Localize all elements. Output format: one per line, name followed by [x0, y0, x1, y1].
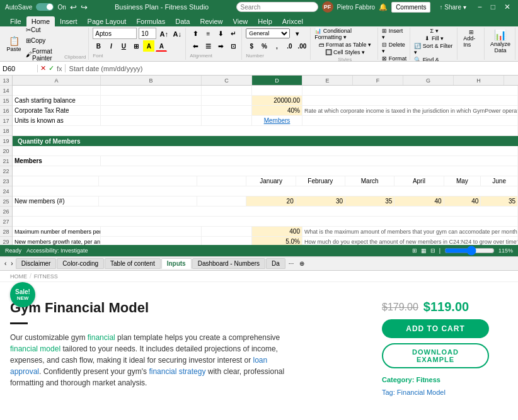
- merge-cells-btn[interactable]: ⊡: [227, 40, 239, 52]
- tab-color-coding[interactable]: Color-coding: [57, 258, 104, 269]
- cell-27e[interactable]: What is the maximum amount of members th…: [302, 227, 518, 236]
- insert-function-icon[interactable]: fx: [57, 65, 62, 72]
- tab-disclaimer[interactable]: Disclaimer: [16, 258, 57, 269]
- align-center-btn[interactable]: ☰: [202, 40, 214, 52]
- cell-15c[interactable]: [202, 106, 252, 115]
- decrease-decimal-btn[interactable]: .0: [284, 40, 295, 52]
- cell-16a[interactable]: Units is known as: [13, 116, 101, 125]
- cell-13a[interactable]: [13, 86, 101, 95]
- wrap-text-btn[interactable]: ↵: [227, 28, 239, 39]
- tab-review[interactable]: Review: [195, 16, 227, 26]
- zoom-slider[interactable]: [444, 247, 495, 254]
- cell-16c[interactable]: [202, 116, 252, 125]
- redo-icon[interactable]: ↪: [81, 3, 88, 12]
- share-button[interactable]: ↑ Share ▾: [434, 3, 471, 12]
- currency-btn[interactable]: $: [246, 40, 257, 52]
- format-cells-btn[interactable]: ⊠ Format ▾: [382, 55, 407, 62]
- font-color-button[interactable]: A: [156, 40, 167, 52]
- align-bottom-btn[interactable]: ⬇: [215, 28, 226, 39]
- undo-icon[interactable]: ↩: [70, 3, 77, 12]
- comments-button[interactable]: Comments: [391, 2, 430, 13]
- analyze-data-button[interactable]: 📊 Analyze Data: [488, 28, 512, 55]
- font-name-input[interactable]: [93, 28, 137, 39]
- cell-16e[interactable]: [302, 116, 518, 125]
- tab-data[interactable]: Data: [170, 16, 195, 26]
- cell-20b[interactable]: [101, 156, 518, 166]
- confirm-formula-icon[interactable]: ✓: [49, 64, 54, 72]
- add-sheet-btn[interactable]: ⊕: [297, 260, 307, 267]
- underline-button[interactable]: U: [118, 40, 129, 52]
- tab-da[interactable]: Da: [266, 258, 285, 269]
- cell-27a[interactable]: Maximum number of members per month: [13, 227, 101, 236]
- maximize-icon[interactable]: □: [488, 3, 498, 11]
- decrease-font-btn[interactable]: A↓: [171, 28, 183, 39]
- number-format-select[interactable]: General: [246, 28, 290, 38]
- tab-home[interactable]: Home: [26, 16, 55, 26]
- tab-formulas[interactable]: Formulas: [131, 16, 170, 26]
- align-top-btn[interactable]: ⬆: [190, 28, 201, 39]
- cell-15d[interactable]: 40%: [252, 106, 302, 115]
- align-left-btn[interactable]: ⬅: [190, 40, 201, 52]
- cell-13b[interactable]: [101, 86, 202, 95]
- cell-24g[interactable]: 40: [394, 196, 444, 206]
- cell-21[interactable]: [13, 166, 518, 176]
- tab-help[interactable]: Help: [253, 16, 277, 26]
- font-size-input[interactable]: [139, 28, 156, 39]
- comma-btn[interactable]: ,: [271, 40, 282, 52]
- cell-26[interactable]: [13, 217, 518, 226]
- delete-cells-btn[interactable]: ⊟ Delete ▾: [382, 42, 407, 54]
- cut-button[interactable]: ✂ Cut: [24, 26, 63, 35]
- cell-16d[interactable]: Members: [252, 116, 302, 125]
- tab-table-of-content[interactable]: Table of content: [105, 258, 161, 269]
- bold-button[interactable]: B: [93, 40, 104, 52]
- breadcrumb-home[interactable]: HOME: [10, 273, 27, 280]
- cell-25[interactable]: [13, 207, 518, 216]
- close-icon[interactable]: ✕: [502, 3, 513, 11]
- add-to-cart-button[interactable]: ADD TO CART: [382, 319, 489, 338]
- download-example-button[interactable]: DOWNLOAD EXAMPLE: [382, 343, 489, 368]
- cell-24i[interactable]: 35: [481, 196, 518, 206]
- tab-arixcel[interactable]: Arixcel: [277, 16, 308, 26]
- cell-16b[interactable]: [101, 116, 202, 125]
- tab-page-layout[interactable]: Page Layout: [83, 16, 132, 26]
- cell-14b[interactable]: [101, 96, 202, 105]
- insert-cells-btn[interactable]: ⊞ Insert ▾: [382, 28, 407, 40]
- paste-button[interactable]: 📋 Paste: [5, 35, 23, 54]
- cell-13e[interactable]: [302, 86, 518, 95]
- cell-24b[interactable]: [99, 196, 197, 206]
- cell-styles-btn[interactable]: 🔲 Cell Styles ▾: [325, 49, 365, 55]
- find-select-btn[interactable]: 🔍 Find & Select ▾: [414, 57, 454, 62]
- cell-14d[interactable]: 20000.00: [252, 96, 302, 105]
- page-layout-icon[interactable]: ▦: [421, 247, 427, 254]
- cell-20a[interactable]: Members: [13, 156, 101, 166]
- tab-insert[interactable]: Insert: [55, 16, 83, 26]
- format-painter-button[interactable]: 🖌 Format Painter: [24, 47, 63, 62]
- tab-inputs[interactable]: Inputs: [161, 258, 192, 269]
- align-middle-btn[interactable]: ≡: [202, 28, 214, 39]
- prev-sheet-btn[interactable]: ‹: [3, 260, 8, 267]
- cell-24a[interactable]: New members (#): [13, 196, 99, 206]
- italic-button[interactable]: I: [105, 40, 117, 52]
- bell-icon[interactable]: 🔔: [379, 3, 388, 11]
- page-break-icon[interactable]: ⊟: [430, 247, 435, 254]
- cancel-formula-icon[interactable]: ✕: [40, 64, 46, 72]
- tab-file[interactable]: File: [5, 16, 26, 26]
- autosave-toggle[interactable]: [36, 3, 54, 11]
- cell-23[interactable]: [13, 186, 518, 196]
- cell-14e[interactable]: [302, 96, 518, 105]
- addins-button[interactable]: ⊞ Add-Ins: [461, 28, 481, 49]
- cell-13d[interactable]: [252, 86, 302, 95]
- tab-view[interactable]: View: [228, 16, 253, 26]
- cell-17[interactable]: [13, 126, 518, 135]
- cell-24d[interactable]: 20: [246, 196, 296, 206]
- cell-14c[interactable]: [202, 96, 252, 105]
- normal-view-icon[interactable]: ⊞: [412, 247, 417, 254]
- cell-27b[interactable]: [101, 227, 202, 236]
- cell-27c[interactable]: [202, 227, 252, 236]
- cell-24f[interactable]: 35: [345, 196, 394, 206]
- cell-27d[interactable]: 400: [252, 227, 302, 236]
- cell-13c[interactable]: [202, 86, 252, 95]
- tag-value[interactable]: Financial Model: [397, 389, 446, 396]
- next-sheet-btn[interactable]: ›: [9, 260, 14, 267]
- fill-color-button[interactable]: A: [143, 40, 154, 52]
